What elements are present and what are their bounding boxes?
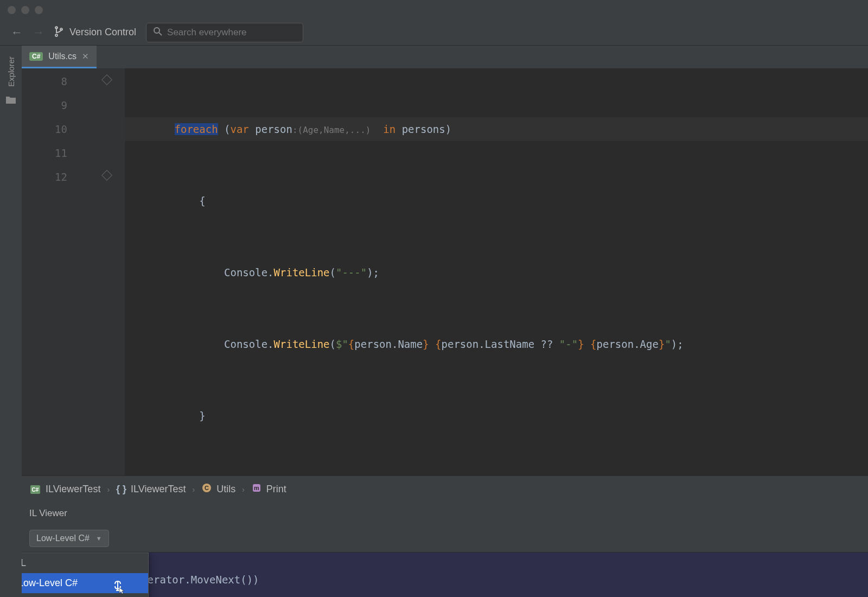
main-toolbar: ← → Version Control Search everywhere [0, 20, 868, 46]
svg-line-1 [159, 33, 162, 35]
code-line[interactable]: foreach (var person:(Age,Name,...) in pe… [125, 117, 868, 141]
folder-icon[interactable] [5, 96, 16, 107]
line-number: 8 [22, 69, 67, 93]
chevron-right-icon: › [192, 485, 195, 494]
project-icon: C# [29, 484, 41, 496]
dropdown-item-high-level-csharp[interactable]: High-Level C# [22, 593, 148, 597]
branch-icon [54, 25, 64, 40]
chevron-right-icon: › [107, 485, 110, 494]
breadcrumb-namespace[interactable]: { } ILViewerTest [116, 484, 186, 495]
tab-filename: Utils.cs [48, 52, 76, 61]
search-everywhere-input[interactable]: Search everywhere [146, 23, 303, 42]
view-mode-dropdown[interactable]: Low-Level C# ▼ [29, 530, 109, 547]
class-icon: C [201, 482, 212, 496]
namespace-icon: { } [116, 484, 126, 495]
code-area[interactable]: foreach (var person:(Age,Name,...) in pe… [125, 68, 868, 475]
fold-marker-icon[interactable] [101, 170, 112, 181]
tab-utils-cs[interactable]: C# Utils.cs ✕ [22, 46, 97, 68]
breadcrumb-project[interactable]: C# ILViewerTest [29, 484, 100, 496]
close-window-button[interactable] [8, 6, 16, 14]
svg-point-0 [154, 28, 159, 33]
code-line[interactable]: } [125, 404, 868, 428]
breadcrumb-bar: C# ILViewerTest › { } ILViewerTest › C U… [22, 475, 868, 503]
search-placeholder: Search everywhere [167, 27, 246, 38]
chevron-right-icon: › [242, 485, 245, 494]
svg-text:C#: C# [32, 487, 39, 493]
version-control-button[interactable]: Version Control [54, 25, 136, 40]
dropdown-item-low-level-csharp[interactable]: Low-Level C# [22, 573, 148, 593]
editor-gutter: 8 9 10 11 12 [22, 68, 125, 475]
explorer-tool-button[interactable]: Explorer [7, 56, 16, 87]
code-line[interactable]: Console.WriteLine($"{person.Name} {perso… [125, 332, 868, 356]
search-icon [153, 27, 163, 39]
left-tool-rail: Explorer [0, 46, 22, 597]
nav-back-button[interactable]: ← [11, 26, 23, 40]
chevron-down-icon: ▼ [96, 535, 102, 542]
il-line[interactable]: { [22, 592, 868, 597]
il-viewer-panel-title: IL Viewer [22, 503, 868, 524]
minimize-window-button[interactable] [21, 6, 29, 14]
dropdown-value: Low-Level C# [36, 534, 90, 543]
editor-tabs: C# Utils.cs ✕ [22, 46, 868, 68]
fold-marker-icon[interactable] [101, 74, 112, 85]
line-number: 9 [22, 93, 67, 117]
maximize-window-button[interactable] [35, 6, 43, 14]
method-icon: m [251, 482, 262, 496]
line-number: 10 [22, 117, 67, 141]
code-line[interactable]: Console.WriteLine("---"); [125, 261, 868, 284]
version-control-label: Version Control [69, 27, 136, 38]
titlebar [0, 0, 868, 20]
code-editor[interactable]: 8 9 10 11 12 foreach (var person:(Age,Na… [22, 68, 868, 475]
line-number: 11 [22, 141, 67, 165]
cursor-icon [113, 580, 125, 597]
breadcrumb-method[interactable]: m Print [251, 482, 286, 496]
dropdown-item-il[interactable]: IL [22, 553, 148, 573]
il-line[interactable]: (enumerator.MoveNext()) [22, 568, 868, 592]
il-viewer-code[interactable]: IL Low-Level C# High-Level C# (enumerato… [22, 552, 868, 597]
line-number: 12 [22, 165, 67, 189]
nav-forward-button[interactable]: → [33, 26, 44, 40]
breadcrumb-class[interactable]: C Utils [201, 482, 235, 496]
svg-text:m: m [254, 485, 259, 491]
close-tab-icon[interactable]: ✕ [82, 52, 89, 61]
il-viewer-toolbar: Low-Level C# ▼ [22, 524, 868, 552]
view-mode-popup: IL Low-Level C# High-Level C# [22, 552, 149, 597]
svg-text:C: C [205, 485, 209, 491]
code-line[interactable]: { [125, 189, 868, 213]
file-type-badge: C# [29, 52, 43, 61]
